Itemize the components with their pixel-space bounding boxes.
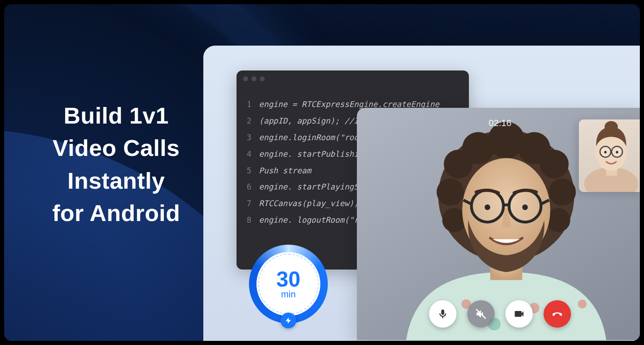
timer-dashes	[258, 254, 319, 314]
traffic-dot	[251, 76, 256, 81]
traffic-dot	[260, 76, 265, 81]
hero-line-3: Instantly	[37, 165, 195, 197]
timer-inner: 30 min	[256, 252, 320, 316]
svg-point-5	[578, 300, 587, 309]
mute-speaker-button[interactable]	[467, 300, 495, 328]
code-text: Push stream	[259, 163, 311, 179]
line-number: 4	[237, 146, 259, 163]
traffic-dot	[243, 76, 248, 81]
end-call-button[interactable]	[544, 300, 571, 328]
svg-point-24	[522, 204, 528, 210]
svg-point-14	[437, 178, 464, 206]
svg-point-33	[616, 151, 618, 153]
hero-line-4: for Android	[37, 197, 195, 229]
line-number: 5	[237, 163, 259, 179]
line-number: 8	[237, 212, 259, 228]
camera-button[interactable]	[505, 300, 533, 328]
svg-point-23	[485, 204, 490, 210]
line-number: 6	[237, 179, 259, 195]
light-panel: 1engine = RTCExpressEngine.createEngine2…	[203, 46, 640, 341]
line-number: 7	[237, 195, 259, 212]
window-traffic-lights	[243, 76, 265, 81]
svg-point-12	[540, 150, 568, 178]
svg-point-32	[604, 151, 607, 153]
pip-video-feed	[579, 119, 640, 192]
mic-button[interactable]	[429, 300, 456, 328]
call-duration: 02:16	[488, 118, 511, 129]
timer-badge: 30 min	[249, 245, 328, 323]
line-number: 1	[237, 96, 259, 113]
call-controls	[429, 300, 571, 328]
bolt-icon	[281, 313, 296, 328]
line-number: 3	[237, 129, 259, 146]
code-text: (appID, appSign); //Init	[259, 113, 373, 129]
code-text: RTCCanvas(play_view)); /	[259, 195, 373, 212]
line-number: 2	[237, 113, 259, 129]
code-text: engine. startPlayingStre	[259, 179, 373, 195]
hero-line-1: Build 1v1	[37, 100, 195, 132]
svg-point-28	[605, 121, 618, 133]
code-text: engine.loginRoom("room1"	[259, 129, 373, 146]
hero-text: Build 1v1 Video Calls Instantly for Andr…	[37, 100, 195, 230]
hero-line-2: Video Calls	[37, 132, 195, 164]
code-text: engine. logoutRoom("room	[259, 212, 373, 228]
code-text: engine. startPublishingS	[259, 146, 373, 163]
svg-point-13	[549, 178, 576, 206]
video-call-mock: 02:16	[357, 108, 640, 340]
promo-banner: Build 1v1 Video Calls Instantly for Andr…	[4, 4, 640, 341]
